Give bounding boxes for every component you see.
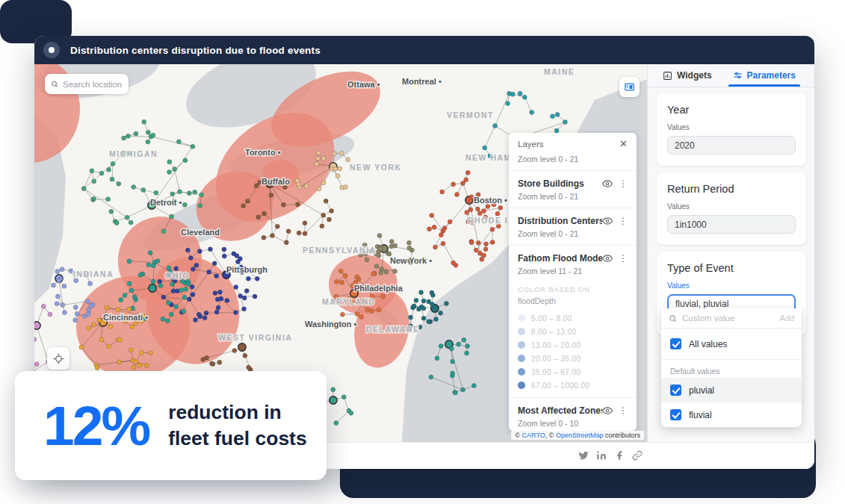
parameter-title: Year xyxy=(667,104,796,116)
svg-text:Boston •: Boston • xyxy=(474,196,507,205)
svg-text:MICHIGAN: MICHIGAN xyxy=(109,149,158,158)
year-value-input[interactable] xyxy=(667,136,796,155)
checkbox-checked[interactable] xyxy=(670,338,681,349)
parameter-title: Return Period xyxy=(667,183,796,195)
parameter-title: Type of Event xyxy=(667,262,796,274)
share-link-icon[interactable] xyxy=(632,450,643,461)
svg-text:NEW YORK: NEW YORK xyxy=(350,163,402,172)
parameter-card-year: Year Values xyxy=(657,93,806,166)
svg-text:Ottawa •: Ottawa • xyxy=(347,80,380,89)
layer-options-kebab-icon[interactable]: ⋮ xyxy=(617,254,629,263)
visibility-eye-icon[interactable] xyxy=(602,178,613,189)
svg-text:DELAWARE: DELAWARE xyxy=(366,325,420,334)
values-label: Values xyxy=(667,123,796,131)
map-panel-icon xyxy=(624,81,635,93)
add-button[interactable]: Add xyxy=(779,314,794,323)
svg-text:Cincinnati •: Cincinnati • xyxy=(103,313,148,322)
tab-widgets[interactable]: Widgets xyxy=(663,64,712,87)
layer-options-kebab-icon[interactable]: ⋮ xyxy=(617,217,629,225)
carto-link[interactable]: CARTO xyxy=(522,432,545,439)
option-pluvial[interactable]: pluvial xyxy=(661,378,802,402)
geolocate-button[interactable] xyxy=(47,347,69,370)
twitter-icon[interactable] xyxy=(578,450,589,461)
svg-text:PENNSYLVANIA: PENNSYLVANIA xyxy=(303,246,377,255)
color-field-name: floodDepth xyxy=(509,295,637,311)
layer-item-store-buildings[interactable]: Store Buildings ⋮ xyxy=(509,171,637,190)
right-sidebar: Widgets Parameters Year Values Return Pe… xyxy=(647,64,814,442)
values-label: Values xyxy=(667,202,796,211)
checkbox-checked[interactable] xyxy=(670,385,681,396)
layers-panel: Layers ✕ Zoom level 0 - 21 Store Buildin… xyxy=(509,133,637,431)
app-logo-icon xyxy=(43,42,60,58)
layer-item-fathom-flood-model[interactable]: Fathom Flood Model ⋮ xyxy=(509,246,637,265)
layer-item-distribution-centers[interactable]: Distribution Centers B... ⋮ xyxy=(509,208,637,228)
values-label: Values xyxy=(667,281,796,290)
custom-value-input[interactable] xyxy=(682,314,774,323)
svg-text:WEST VIRGINIA: WEST VIRGINIA xyxy=(218,333,292,342)
svg-text:Toronto •: Toronto • xyxy=(245,148,281,157)
parameter-card-return-period: Return Period Values xyxy=(657,172,806,245)
widgets-icon xyxy=(663,71,672,81)
search-icon xyxy=(669,314,677,323)
svg-text:MAINE: MAINE xyxy=(544,67,575,76)
layer-options-kebab-icon[interactable]: ⋮ xyxy=(617,179,629,188)
layer-zoom-range: Zoom level 0 - 21 xyxy=(509,153,637,170)
stat-card: 12% reduction infleet fuel costs xyxy=(15,371,326,480)
search-input[interactable] xyxy=(63,80,123,89)
svg-text:INDIANA: INDIANA xyxy=(73,270,114,279)
layer-item-most-affected-zones[interactable]: Most Affected Zones ⋮ xyxy=(509,398,637,417)
default-values-label: Default values xyxy=(661,360,802,378)
all-values-option[interactable]: All values xyxy=(661,329,802,360)
legend-item: 35.00 – 67.00 xyxy=(509,365,637,379)
linkedin-icon[interactable] xyxy=(596,450,607,461)
layer-zoom-range: Zoom level 0 - 21 xyxy=(509,190,637,208)
svg-text:Montreal •: Montreal • xyxy=(402,77,442,86)
tab-parameters[interactable]: Parameters xyxy=(733,64,796,87)
legend-item: 5.00 – 8.00 xyxy=(509,311,637,325)
checkbox-checked[interactable] xyxy=(670,409,681,420)
layer-zoom-range: Zoom level 0 - 21 xyxy=(509,228,637,245)
layer-options-kebab-icon[interactable]: ⋮ xyxy=(617,406,629,415)
legend-item: 8.00 – 13.00 xyxy=(509,325,637,338)
sidebar-tabs: Widgets Parameters xyxy=(648,64,814,87)
legend-item: 20.00 – 35.00 xyxy=(509,352,637,365)
sliders-icon xyxy=(733,71,743,81)
return-period-value-input[interactable] xyxy=(667,215,796,234)
search-box[interactable] xyxy=(45,74,129,94)
visibility-eye-icon[interactable] xyxy=(602,405,613,416)
svg-text:VERMONT: VERMONT xyxy=(447,111,494,119)
svg-text:New York •: New York • xyxy=(390,256,432,265)
stat-description: reduction infleet fuel costs xyxy=(168,399,307,452)
map-attribution: © CARTO, © OpenStreetMap contributors xyxy=(511,431,644,440)
map-view-toggle-button[interactable] xyxy=(619,77,640,97)
color-based-on-label: COLOR BASED ON xyxy=(509,282,637,295)
layers-panel-title: Layers xyxy=(518,140,544,149)
svg-text:Buffalo: Buffalo xyxy=(261,177,290,186)
search-icon xyxy=(51,80,58,88)
page-title: Distribution centers disruption due to f… xyxy=(70,45,321,56)
visibility-eye-icon[interactable] xyxy=(602,253,613,264)
crosshair-icon xyxy=(53,353,64,364)
type-of-event-dropdown: Add All values Default values pluvial fl… xyxy=(661,308,802,427)
visibility-eye-icon[interactable] xyxy=(602,216,613,226)
facebook-icon[interactable] xyxy=(614,450,625,461)
title-bar: Distribution centers disruption due to f… xyxy=(34,36,814,64)
legend-item: 13.00 – 20.00 xyxy=(509,338,637,352)
svg-text:MARYLAND: MARYLAND xyxy=(322,297,376,306)
option-fluvial[interactable]: fluvial xyxy=(661,402,802,427)
stat-value: 12% xyxy=(43,398,149,454)
openstreetmap-link[interactable]: OpenStreetMap xyxy=(556,432,604,439)
legend-item: 67.00 – 1000.00 xyxy=(509,379,637,392)
layer-zoom-range: Zoom level 11 - 21 xyxy=(509,265,637,282)
svg-text:OHIO: OHIO xyxy=(165,271,190,280)
svg-text:Cleveland: Cleveland xyxy=(181,228,220,237)
page: Distribution centers disruption due to f… xyxy=(0,0,845,504)
close-icon[interactable]: ✕ xyxy=(619,139,628,149)
svg-text:Philadelphia: Philadelphia xyxy=(354,284,403,293)
svg-text:Pittsburgh: Pittsburgh xyxy=(226,265,267,274)
svg-text:Detroit •: Detroit • xyxy=(150,198,182,207)
layer-zoom-range: Zoom level 0 - 10 xyxy=(509,417,637,431)
svg-text:Washington •: Washington • xyxy=(305,320,357,329)
